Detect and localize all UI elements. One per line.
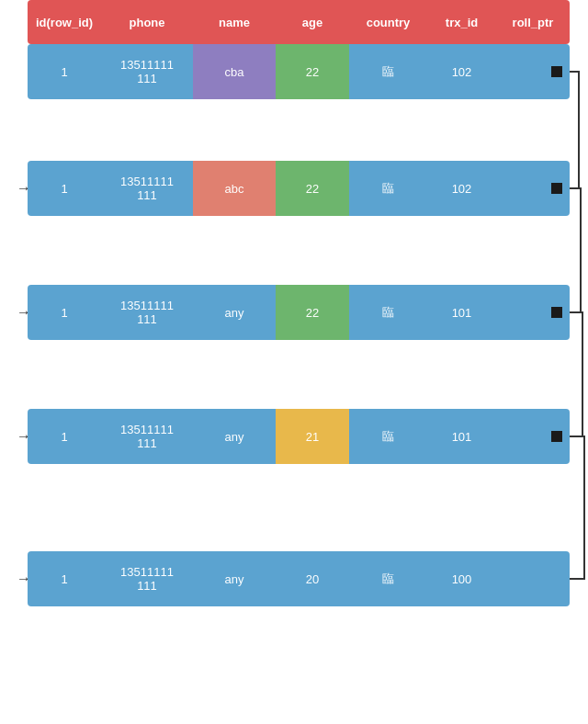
data-row-3: 1 13511111 111 any 21 臨 101 (28, 409, 570, 464)
header-id: id(row_id) (28, 0, 101, 44)
header-row: id(row_id) phone name age country trx_id… (28, 0, 570, 44)
cell-row1-id: 1 (28, 161, 101, 216)
cell-row4-age: 20 (276, 551, 349, 606)
data-row-1: 1 13511111 111 abc 22 臨 102 (28, 161, 570, 216)
cell-row1-trx: 102 (427, 161, 496, 216)
cell-row3-trx: 101 (427, 409, 496, 464)
cell-row4-roll (496, 551, 570, 606)
data-row-4: 1 13511111 111 any 20 臨 100 (28, 551, 570, 606)
cell-row0-roll (496, 44, 570, 99)
cell-row3-country: 臨 (349, 409, 427, 464)
cell-row2-roll (496, 285, 570, 340)
roll-ptr-square-1 (551, 183, 562, 194)
cell-row1-phone: 13511111 111 (101, 161, 193, 216)
header-country: country (349, 0, 427, 44)
cell-row0-age: 22 (276, 44, 349, 99)
header-age: age (276, 0, 349, 44)
cell-row3-name: any (193, 409, 276, 464)
cell-row1-name: abc (193, 161, 276, 216)
cell-row3-age: 21 (276, 409, 349, 464)
cell-row1-country: 臨 (349, 161, 427, 216)
cell-row4-name: any (193, 551, 276, 606)
cell-row4-trx: 100 (427, 551, 496, 606)
roll-ptr-square-0 (551, 66, 562, 77)
cell-row4-phone: 13511111 111 (101, 551, 193, 606)
cell-row0-phone: 13511111 111 (101, 44, 193, 99)
data-row-2: 1 13511111 111 any 22 臨 101 (28, 285, 570, 340)
cell-row0-trx: 102 (427, 44, 496, 99)
cell-row4-country: 臨 (349, 551, 427, 606)
cell-row2-id: 1 (28, 285, 101, 340)
roll-ptr-square-2 (551, 307, 562, 318)
cell-row0-name: cba (193, 44, 276, 99)
header-name: name (193, 0, 276, 44)
cell-row4-id: 1 (28, 551, 101, 606)
cell-row3-id: 1 (28, 409, 101, 464)
header-trx: trx_id (427, 0, 496, 44)
roll-ptr-square-3 (551, 431, 562, 442)
header-phone: phone (101, 0, 193, 44)
cell-row0-id: 1 (28, 44, 101, 99)
header-roll: roll_ptr (496, 0, 570, 44)
cell-row2-country: 臨 (349, 285, 427, 340)
cell-row3-phone: 13511111 111 (101, 409, 193, 464)
cell-row1-age: 22 (276, 161, 349, 216)
cell-row2-phone: 13511111 111 (101, 285, 193, 340)
cell-row2-age: 22 (276, 285, 349, 340)
cell-row2-trx: 101 (427, 285, 496, 340)
cell-row2-name: any (193, 285, 276, 340)
cell-row0-country: 臨 (349, 44, 427, 99)
cell-row3-roll (496, 409, 570, 464)
data-row-0: 1 13511111 111 cba 22 臨 102 (28, 44, 570, 99)
cell-row1-roll (496, 161, 570, 216)
